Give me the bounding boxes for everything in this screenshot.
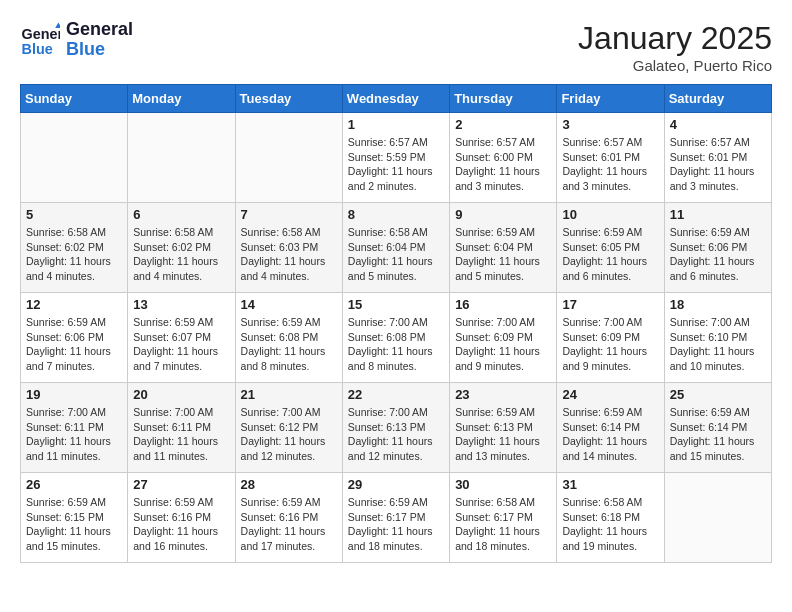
day-number: 2 (455, 117, 551, 132)
calendar-cell: 20Sunrise: 7:00 AMSunset: 6:11 PMDayligh… (128, 383, 235, 473)
logo: General Blue General Blue (20, 20, 133, 60)
calendar-cell: 8Sunrise: 6:58 AMSunset: 6:04 PMDaylight… (342, 203, 449, 293)
calendar-cell: 9Sunrise: 6:59 AMSunset: 6:04 PMDaylight… (450, 203, 557, 293)
calendar-cell: 21Sunrise: 7:00 AMSunset: 6:12 PMDayligh… (235, 383, 342, 473)
day-info: Sunrise: 7:00 AMSunset: 6:10 PMDaylight:… (670, 315, 766, 374)
calendar-cell: 11Sunrise: 6:59 AMSunset: 6:06 PMDayligh… (664, 203, 771, 293)
day-number: 25 (670, 387, 766, 402)
day-info: Sunrise: 6:59 AMSunset: 6:17 PMDaylight:… (348, 495, 444, 554)
day-info: Sunrise: 7:00 AMSunset: 6:09 PMDaylight:… (562, 315, 658, 374)
day-info: Sunrise: 6:59 AMSunset: 6:07 PMDaylight:… (133, 315, 229, 374)
day-info: Sunrise: 7:00 AMSunset: 6:09 PMDaylight:… (455, 315, 551, 374)
calendar-cell: 3Sunrise: 6:57 AMSunset: 6:01 PMDaylight… (557, 113, 664, 203)
calendar-cell: 17Sunrise: 7:00 AMSunset: 6:09 PMDayligh… (557, 293, 664, 383)
calendar-cell: 28Sunrise: 6:59 AMSunset: 6:16 PMDayligh… (235, 473, 342, 563)
calendar-cell: 24Sunrise: 6:59 AMSunset: 6:14 PMDayligh… (557, 383, 664, 473)
day-number: 6 (133, 207, 229, 222)
day-number: 22 (348, 387, 444, 402)
calendar-cell: 6Sunrise: 6:58 AMSunset: 6:02 PMDaylight… (128, 203, 235, 293)
day-info: Sunrise: 6:59 AMSunset: 6:08 PMDaylight:… (241, 315, 337, 374)
header-day-tuesday: Tuesday (235, 85, 342, 113)
header-day-friday: Friday (557, 85, 664, 113)
day-number: 15 (348, 297, 444, 312)
day-number: 8 (348, 207, 444, 222)
day-info: Sunrise: 6:59 AMSunset: 6:15 PMDaylight:… (26, 495, 122, 554)
day-number: 12 (26, 297, 122, 312)
calendar-cell: 25Sunrise: 6:59 AMSunset: 6:14 PMDayligh… (664, 383, 771, 473)
day-number: 1 (348, 117, 444, 132)
calendar-cell: 14Sunrise: 6:59 AMSunset: 6:08 PMDayligh… (235, 293, 342, 383)
calendar-header: SundayMondayTuesdayWednesdayThursdayFrid… (21, 85, 772, 113)
calendar-cell: 23Sunrise: 6:59 AMSunset: 6:13 PMDayligh… (450, 383, 557, 473)
calendar-cell: 4Sunrise: 6:57 AMSunset: 6:01 PMDaylight… (664, 113, 771, 203)
title-block: January 2025 Galateo, Puerto Rico (578, 20, 772, 74)
svg-text:General: General (22, 26, 60, 42)
calendar-table: SundayMondayTuesdayWednesdayThursdayFrid… (20, 84, 772, 563)
calendar-cell: 19Sunrise: 7:00 AMSunset: 6:11 PMDayligh… (21, 383, 128, 473)
week-row-4: 26Sunrise: 6:59 AMSunset: 6:15 PMDayligh… (21, 473, 772, 563)
day-info: Sunrise: 6:59 AMSunset: 6:06 PMDaylight:… (670, 225, 766, 284)
svg-text:Blue: Blue (22, 41, 53, 57)
calendar-cell: 5Sunrise: 6:58 AMSunset: 6:02 PMDaylight… (21, 203, 128, 293)
day-number: 13 (133, 297, 229, 312)
day-info: Sunrise: 6:58 AMSunset: 6:17 PMDaylight:… (455, 495, 551, 554)
day-info: Sunrise: 6:59 AMSunset: 6:16 PMDaylight:… (133, 495, 229, 554)
day-info: Sunrise: 6:57 AMSunset: 6:01 PMDaylight:… (562, 135, 658, 194)
calendar-cell: 16Sunrise: 7:00 AMSunset: 6:09 PMDayligh… (450, 293, 557, 383)
page-header: General Blue General Blue January 2025 G… (20, 20, 772, 74)
header-day-wednesday: Wednesday (342, 85, 449, 113)
day-info: Sunrise: 6:58 AMSunset: 6:18 PMDaylight:… (562, 495, 658, 554)
day-info: Sunrise: 7:00 AMSunset: 6:12 PMDaylight:… (241, 405, 337, 464)
calendar-cell: 18Sunrise: 7:00 AMSunset: 6:10 PMDayligh… (664, 293, 771, 383)
header-day-sunday: Sunday (21, 85, 128, 113)
day-number: 5 (26, 207, 122, 222)
day-number: 19 (26, 387, 122, 402)
month-title: January 2025 (578, 20, 772, 57)
day-number: 14 (241, 297, 337, 312)
day-info: Sunrise: 7:00 AMSunset: 6:08 PMDaylight:… (348, 315, 444, 374)
location-subtitle: Galateo, Puerto Rico (578, 57, 772, 74)
day-number: 9 (455, 207, 551, 222)
day-number: 16 (455, 297, 551, 312)
calendar-cell: 29Sunrise: 6:59 AMSunset: 6:17 PMDayligh… (342, 473, 449, 563)
day-number: 21 (241, 387, 337, 402)
calendar-cell: 12Sunrise: 6:59 AMSunset: 6:06 PMDayligh… (21, 293, 128, 383)
day-number: 26 (26, 477, 122, 492)
day-info: Sunrise: 7:00 AMSunset: 6:11 PMDaylight:… (133, 405, 229, 464)
day-number: 17 (562, 297, 658, 312)
day-info: Sunrise: 6:58 AMSunset: 6:02 PMDaylight:… (133, 225, 229, 284)
header-day-thursday: Thursday (450, 85, 557, 113)
day-info: Sunrise: 6:59 AMSunset: 6:06 PMDaylight:… (26, 315, 122, 374)
calendar-cell (128, 113, 235, 203)
calendar-cell (21, 113, 128, 203)
header-day-monday: Monday (128, 85, 235, 113)
week-row-0: 1Sunrise: 6:57 AMSunset: 5:59 PMDaylight… (21, 113, 772, 203)
day-number: 10 (562, 207, 658, 222)
day-number: 7 (241, 207, 337, 222)
day-info: Sunrise: 6:58 AMSunset: 6:04 PMDaylight:… (348, 225, 444, 284)
day-info: Sunrise: 6:59 AMSunset: 6:13 PMDaylight:… (455, 405, 551, 464)
day-number: 3 (562, 117, 658, 132)
day-number: 28 (241, 477, 337, 492)
day-number: 27 (133, 477, 229, 492)
day-info: Sunrise: 6:59 AMSunset: 6:16 PMDaylight:… (241, 495, 337, 554)
header-row: SundayMondayTuesdayWednesdayThursdayFrid… (21, 85, 772, 113)
day-number: 4 (670, 117, 766, 132)
day-number: 24 (562, 387, 658, 402)
week-row-1: 5Sunrise: 6:58 AMSunset: 6:02 PMDaylight… (21, 203, 772, 293)
day-info: Sunrise: 6:57 AMSunset: 5:59 PMDaylight:… (348, 135, 444, 194)
day-info: Sunrise: 6:57 AMSunset: 6:01 PMDaylight:… (670, 135, 766, 194)
day-info: Sunrise: 6:58 AMSunset: 6:02 PMDaylight:… (26, 225, 122, 284)
logo-blue: Blue (66, 40, 133, 60)
calendar-cell: 22Sunrise: 7:00 AMSunset: 6:13 PMDayligh… (342, 383, 449, 473)
calendar-cell: 10Sunrise: 6:59 AMSunset: 6:05 PMDayligh… (557, 203, 664, 293)
day-number: 31 (562, 477, 658, 492)
day-info: Sunrise: 6:59 AMSunset: 6:14 PMDaylight:… (670, 405, 766, 464)
calendar-cell: 7Sunrise: 6:58 AMSunset: 6:03 PMDaylight… (235, 203, 342, 293)
calendar-cell (664, 473, 771, 563)
day-info: Sunrise: 6:59 AMSunset: 6:05 PMDaylight:… (562, 225, 658, 284)
calendar-cell: 2Sunrise: 6:57 AMSunset: 6:00 PMDaylight… (450, 113, 557, 203)
calendar-cell: 30Sunrise: 6:58 AMSunset: 6:17 PMDayligh… (450, 473, 557, 563)
logo-general: General (66, 20, 133, 40)
header-day-saturday: Saturday (664, 85, 771, 113)
